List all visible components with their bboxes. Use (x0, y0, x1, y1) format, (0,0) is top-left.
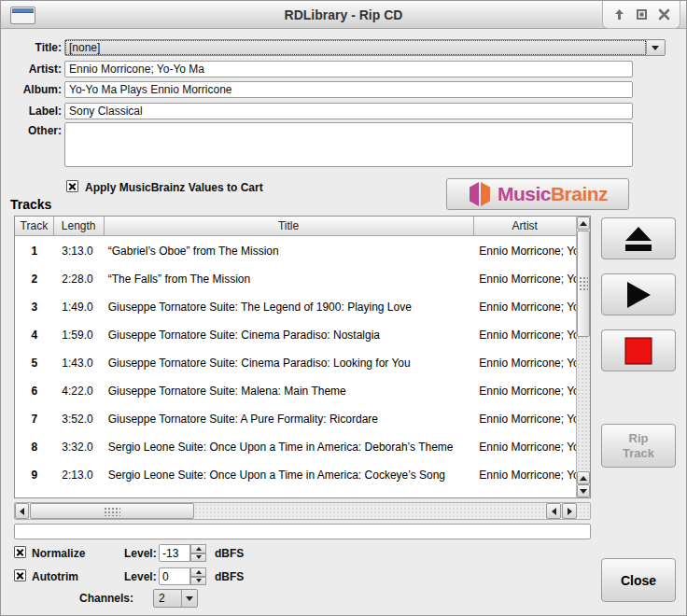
cell-artist: Ennio Morricone; Yo-Yo Ma (474, 441, 576, 454)
cell-title: Sergio Leone Suite: Once Upon a Time in … (105, 441, 475, 454)
play-icon (624, 280, 652, 310)
window-title: RDLibrary - Rip CD (1, 1, 686, 29)
cell-track: 6 (15, 385, 54, 398)
album-field[interactable]: Yo-Yo Ma Plays Ennio Morricone (64, 81, 633, 98)
shade-icon[interactable] (612, 8, 625, 21)
table-row[interactable]: 2 2:28.0 “The Falls” from The Mission En… (15, 265, 576, 293)
vertical-scrollbar[interactable] (576, 217, 590, 497)
title-select[interactable]: [none] (64, 39, 666, 56)
close-label: Close (621, 573, 656, 588)
spin-down-icon[interactable] (190, 553, 206, 563)
column-header-title[interactable]: Title (105, 217, 474, 236)
rip-track-button[interactable]: Rip Track (601, 424, 676, 468)
maximize-icon[interactable] (635, 8, 648, 21)
scroll-down-icon[interactable] (577, 484, 590, 497)
normalize-unit: dBFS (215, 547, 244, 560)
cell-length: 1:59.0 (54, 329, 105, 342)
eject-button[interactable] (601, 217, 676, 259)
cell-artist: Ennio Morricone; Yo-Yo Ma (474, 245, 576, 258)
cell-artist: Ennio Morricone; Yo-Yo Ma (474, 385, 576, 398)
horizontal-scrollbar-thumb[interactable] (30, 503, 194, 519)
channels-value: 2 (159, 592, 165, 605)
cell-length: 2:13.0 (54, 469, 105, 482)
vertical-scrollbar-thumb[interactable] (577, 231, 590, 337)
cell-track: 9 (15, 469, 54, 482)
artist-label: Artist: (8, 63, 62, 76)
title-bar[interactable]: RDLibrary - Rip CD (1, 1, 686, 29)
spin-down-icon[interactable] (190, 577, 206, 586)
cell-length: 3:52.0 (54, 413, 105, 426)
column-header-artist[interactable]: Artist (474, 217, 576, 236)
table-row[interactable]: 1 3:13.0 “Gabriel’s Oboe” from The Missi… (15, 237, 576, 265)
cell-length: 1:49.0 (54, 301, 105, 314)
chevron-down-icon[interactable] (181, 590, 197, 607)
play-button[interactable] (601, 273, 676, 315)
apply-musicbrainz-checkbox[interactable] (66, 180, 78, 192)
table-row[interactable]: 8 3:32.0 Sergio Leone Suite: Once Upon a… (15, 433, 576, 461)
cell-title: Sergio Leone Suite: Once Upon a Time in … (105, 469, 475, 482)
tracks-section-label: Tracks (10, 197, 51, 212)
title-select-value: [none] (66, 41, 645, 54)
cell-artist: Ennio Morricone; Yo-Yo Ma (474, 469, 576, 482)
normalize-level-spinner[interactable]: -13 (159, 544, 206, 562)
cell-title: Giuseppe Tornatore Suite: Cinema Paradis… (105, 329, 475, 342)
autotrim-unit: dBFS (215, 570, 244, 583)
cell-track: 3 (15, 301, 54, 314)
musicbrainz-logo-text: MusicBrainz (498, 183, 608, 205)
normalize-label: Normalize (32, 547, 85, 560)
table-row[interactable]: 6 4:22.0 Giuseppe Tornatore Suite: Malen… (15, 377, 576, 405)
autotrim-level-label: Level: (124, 570, 157, 583)
window-controls (602, 1, 680, 29)
normalize-level-value[interactable]: -13 (159, 544, 190, 562)
cell-track: 4 (15, 329, 54, 342)
cell-track: 8 (15, 441, 54, 454)
other-label: Other: (8, 124, 62, 137)
cell-length: 4:22.0 (54, 385, 105, 398)
stop-icon (624, 337, 652, 365)
cell-title: Giuseppe Tornatore Suite: The Legend of … (105, 301, 475, 314)
autotrim-checkbox[interactable] (14, 569, 26, 581)
column-header-length[interactable]: Length (54, 217, 105, 236)
cell-title: “Gabriel’s Oboe” from The Mission (105, 245, 475, 258)
autotrim-level-spinner[interactable]: 0 (159, 567, 206, 585)
scroll-up-icon[interactable] (577, 217, 590, 230)
tracks-table: Track Length Title Artist 1 3:13.0 “Gabr… (14, 216, 591, 498)
spin-up-icon[interactable] (190, 567, 206, 577)
autotrim-label: Autotrim (32, 570, 78, 583)
channels-select[interactable]: 2 (153, 589, 198, 608)
musicbrainz-button[interactable]: MusicBrainz (446, 178, 629, 210)
tracks-table-header: Track Length Title Artist (15, 217, 576, 236)
mb-text-music: Music (498, 183, 551, 204)
scroll-up2-icon[interactable] (577, 471, 590, 484)
spin-up-icon[interactable] (190, 544, 206, 553)
table-row[interactable]: 3 1:49.0 Giuseppe Tornatore Suite: The L… (15, 293, 576, 321)
cell-artist: Ennio Morricone; Yo-Yo Ma (474, 273, 576, 286)
table-row[interactable]: 7 3:52.0 Giuseppe Tornatore Suite: A Pur… (15, 405, 576, 433)
cell-length: 3:13.0 (54, 245, 105, 258)
apply-musicbrainz-label: Apply MusicBrainz Values to Cart (85, 181, 263, 194)
table-row[interactable]: 5 1:43.0 Giuseppe Tornatore Suite: Cinem… (15, 349, 576, 377)
cell-length: 1:43.0 (54, 357, 105, 370)
autotrim-level-value[interactable]: 0 (159, 567, 190, 585)
horizontal-scrollbar[interactable] (14, 502, 591, 520)
normalize-checkbox[interactable] (14, 546, 26, 558)
table-row[interactable]: 9 2:13.0 Sergio Leone Suite: Once Upon a… (15, 461, 576, 489)
column-header-track[interactable]: Track (15, 217, 54, 236)
other-field[interactable] (64, 122, 633, 167)
close-icon[interactable] (657, 8, 670, 21)
chevron-down-icon[interactable] (646, 41, 664, 54)
scroll-left-icon[interactable] (15, 503, 29, 519)
cell-track: 1 (15, 245, 54, 258)
cell-track: 5 (15, 357, 54, 370)
artist-field[interactable]: Ennio Morricone; Yo-Yo Ma (64, 61, 633, 77)
close-button[interactable]: Close (601, 558, 676, 602)
label-field[interactable]: Sony Classical (64, 103, 633, 119)
rip-track-label: Rip Track (617, 431, 660, 460)
table-row[interactable]: 4 1:59.0 Giuseppe Tornatore Suite: Cinem… (15, 321, 576, 349)
scroll-left2-icon[interactable] (546, 503, 561, 519)
title-label: Title: (8, 41, 62, 54)
cell-title: Giuseppe Tornatore Suite: Malena: Main T… (105, 385, 475, 398)
stop-button[interactable] (601, 329, 676, 371)
cell-artist: Ennio Morricone; Yo-Yo Ma (474, 329, 576, 342)
scroll-right-icon[interactable] (562, 503, 577, 519)
